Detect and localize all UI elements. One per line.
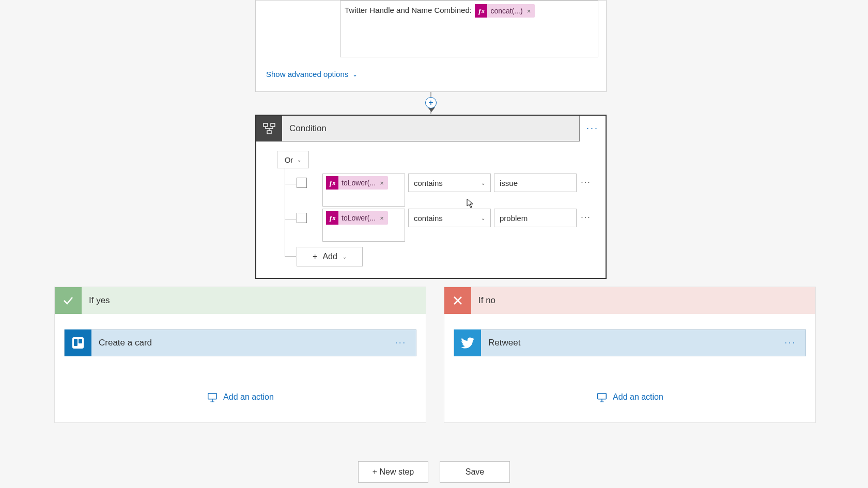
- add-action-button[interactable]: Add an action: [55, 356, 426, 422]
- condition-more-button[interactable]: ···: [580, 116, 606, 141]
- advanced-link-label: Show advanced options: [266, 70, 348, 78]
- operator-select[interactable]: contains ⌄: [408, 174, 491, 192]
- description-field[interactable]: Twitter Handle and Name Combined: ƒx con…: [340, 1, 598, 57]
- footer-buttons: + New step Save: [0, 461, 868, 483]
- condition-title: Condition: [282, 116, 580, 141]
- action-title: Create a card: [91, 338, 386, 348]
- remove-chip-icon[interactable]: ×: [526, 7, 535, 15]
- operator-select[interactable]: contains ⌄: [408, 209, 491, 227]
- row-checkbox[interactable]: [297, 213, 307, 223]
- operator-label: contains: [414, 179, 443, 187]
- trello-icon: [65, 329, 91, 356]
- add-action-icon: [596, 391, 608, 403]
- operator-label: contains: [414, 214, 443, 223]
- remove-chip-icon[interactable]: ×: [379, 214, 388, 222]
- svg-rect-6: [208, 393, 217, 399]
- add-action-button[interactable]: Add an action: [444, 356, 815, 422]
- trello-action-card[interactable]: Create a card ···: [64, 329, 416, 356]
- tree-line: [285, 219, 296, 219]
- expression-chip-tolower[interactable]: ƒx toLower(... ×: [326, 211, 388, 225]
- condition-card: Condition ··· Or ⌄ ƒx toLower(... × cont…: [255, 115, 607, 279]
- expression-chip-concat[interactable]: ƒx concat(...) ×: [475, 4, 535, 18]
- yes-header: If yes: [55, 287, 426, 314]
- action-title: Retweet: [481, 338, 776, 348]
- value-input[interactable]: issue: [494, 174, 577, 192]
- branches-container: If yes Create a card ··· Add an action I…: [54, 287, 816, 423]
- fx-icon: ƒx: [475, 4, 487, 18]
- value-text: issue: [500, 179, 518, 187]
- value-input[interactable]: problem: [494, 209, 577, 227]
- expression-field[interactable]: ƒx toLower(... ×: [322, 209, 405, 242]
- description-prefix: Twitter Handle and Name Combined:: [345, 6, 472, 14]
- svg-rect-0: [264, 123, 268, 127]
- fx-icon: ƒx: [326, 211, 338, 225]
- row-more-button[interactable]: ···: [580, 213, 592, 222]
- expression-chip-tolower[interactable]: ƒx toLower(... ×: [326, 176, 388, 190]
- cross-icon: [444, 287, 471, 314]
- add-label: Add: [322, 252, 337, 261]
- checkmark-icon: [55, 287, 82, 314]
- save-button[interactable]: Save: [440, 461, 510, 483]
- condition-row: ƒx toLower(... × contains ⌄ problem ···: [297, 209, 592, 242]
- new-step-button[interactable]: + New step: [358, 461, 428, 483]
- insert-step-button[interactable]: +: [425, 97, 437, 108]
- add-row-button[interactable]: + Add ⌄: [297, 247, 363, 266]
- row-checkbox[interactable]: [297, 178, 307, 188]
- svg-rect-4: [74, 339, 78, 346]
- chevron-down-icon: ⌄: [481, 180, 485, 186]
- row-more-button[interactable]: ···: [580, 178, 592, 187]
- previous-action-card: Twitter Handle and Name Combined: ƒx con…: [255, 0, 607, 92]
- twitter-icon: [454, 329, 481, 356]
- chevron-down-icon: ⌄: [343, 254, 347, 260]
- condition-row: ƒx toLower(... × contains ⌄ issue ···: [297, 174, 592, 207]
- condition-body: Or ⌄ ƒx toLower(... × contains ⌄ issue: [256, 141, 606, 178]
- chevron-down-icon: ⌄: [297, 157, 301, 163]
- show-advanced-options-link[interactable]: Show advanced options ⌄: [266, 70, 358, 78]
- expression-text: concat(...): [487, 7, 525, 15]
- expression-text: toLower(...: [338, 179, 379, 187]
- add-action-label: Add an action: [613, 392, 663, 402]
- plus-icon: +: [313, 252, 317, 261]
- group-operator-select[interactable]: Or ⌄: [277, 151, 309, 168]
- twitter-action-card[interactable]: Retweet ···: [454, 329, 806, 356]
- action-more-button[interactable]: ···: [776, 338, 805, 348]
- chevron-down-icon: ⌄: [481, 215, 485, 221]
- expression-text: toLower(...: [338, 214, 379, 222]
- remove-chip-icon[interactable]: ×: [379, 179, 388, 187]
- no-header: If no: [444, 287, 815, 314]
- fx-icon: ƒx: [326, 176, 338, 190]
- chevron-down-icon: ⌄: [352, 71, 358, 78]
- no-title: If no: [471, 295, 495, 306]
- condition-icon: [256, 116, 282, 141]
- if-yes-branch: If yes Create a card ··· Add an action: [54, 287, 426, 423]
- add-action-icon: [207, 391, 218, 403]
- tree-line: [285, 168, 285, 256]
- action-more-button[interactable]: ···: [386, 338, 416, 348]
- expression-field[interactable]: ƒx toLower(... ×: [322, 174, 405, 207]
- svg-rect-2: [267, 131, 271, 134]
- yes-title: If yes: [82, 295, 110, 306]
- tree-line: [285, 256, 296, 257]
- group-operator-label: Or: [285, 155, 293, 164]
- condition-header[interactable]: Condition ···: [256, 116, 606, 141]
- value-text: problem: [500, 214, 528, 223]
- add-action-label: Add an action: [223, 392, 274, 402]
- if-no-branch: If no Retweet ··· Add an action: [444, 287, 816, 423]
- svg-rect-7: [598, 393, 607, 399]
- tree-line: [285, 184, 296, 184]
- svg-rect-5: [79, 339, 82, 343]
- svg-rect-1: [271, 123, 275, 127]
